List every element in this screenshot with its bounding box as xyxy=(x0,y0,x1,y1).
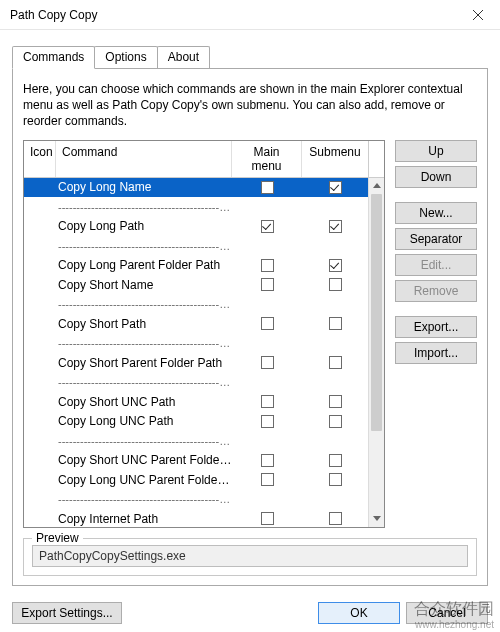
row-command-cell: Copy Long Parent Folder Path xyxy=(56,258,232,272)
main-menu-checkbox[interactable] xyxy=(261,454,274,467)
description-text: Here, you can choose which commands are … xyxy=(23,81,477,130)
side-buttons: Up Down New... Separator Edit... Remove … xyxy=(395,140,477,528)
header-submenu[interactable]: Submenu xyxy=(302,141,368,177)
preview-fieldset: Preview PathCopyCopySettings.exe xyxy=(23,538,477,576)
down-button[interactable]: Down xyxy=(395,166,477,188)
separator-button[interactable]: Separator xyxy=(395,228,477,250)
row-sub-cell xyxy=(302,278,368,291)
row-main-cell xyxy=(232,278,302,291)
table-row[interactable]: Copy Short Path xyxy=(24,314,368,334)
separator-row[interactable]: ----------------------------------------… xyxy=(24,197,368,217)
row-main-cell xyxy=(232,259,302,272)
table-row[interactable]: Copy Long UNC Path xyxy=(24,412,368,432)
export-button[interactable]: Export... xyxy=(395,316,477,338)
scroll-thumb[interactable] xyxy=(371,194,382,432)
row-command-cell: Copy Long UNC Path xyxy=(56,414,232,428)
row-sub-cell xyxy=(302,220,368,233)
up-button[interactable]: Up xyxy=(395,140,477,162)
main-menu-checkbox[interactable] xyxy=(261,473,274,486)
row-command-cell: Copy Short Name xyxy=(56,278,232,292)
chevron-up-icon xyxy=(373,183,381,188)
window-title: Path Copy Copy xyxy=(10,8,456,22)
separator-row[interactable]: ----------------------------------------… xyxy=(24,334,368,354)
main-menu-checkbox[interactable] xyxy=(261,181,274,194)
row-command-cell: ----------------------------------------… xyxy=(56,435,232,447)
row-sub-cell xyxy=(302,356,368,369)
row-main-cell xyxy=(232,395,302,408)
submenu-checkbox[interactable] xyxy=(329,181,342,194)
tab-options[interactable]: Options xyxy=(94,46,157,68)
header-main-menu[interactable]: Main menu xyxy=(232,141,302,177)
main-menu-checkbox[interactable] xyxy=(261,512,274,525)
main-menu-checkbox[interactable] xyxy=(261,356,274,369)
preview-value: PathCopyCopySettings.exe xyxy=(32,545,468,567)
main-menu-checkbox[interactable] xyxy=(261,259,274,272)
submenu-checkbox[interactable] xyxy=(329,512,342,525)
row-command-cell: ----------------------------------------… xyxy=(56,376,232,388)
row-command-cell: Copy Internet Path xyxy=(56,512,232,526)
row-command-cell: Copy Long UNC Parent Folder Path xyxy=(56,473,232,487)
tab-about[interactable]: About xyxy=(157,46,210,68)
vertical-scrollbar[interactable] xyxy=(368,178,384,527)
export-settings-button[interactable]: Export Settings... xyxy=(12,602,122,624)
table-row[interactable]: Copy Short UNC Parent Folder Path xyxy=(24,451,368,471)
row-sub-cell xyxy=(302,317,368,330)
table-row[interactable]: Copy Long UNC Parent Folder Path xyxy=(24,470,368,490)
table-row[interactable]: Copy Long Name xyxy=(24,178,368,198)
separator-row[interactable]: ----------------------------------------… xyxy=(24,431,368,451)
import-button[interactable]: Import... xyxy=(395,342,477,364)
submenu-checkbox[interactable] xyxy=(329,454,342,467)
main-menu-checkbox[interactable] xyxy=(261,415,274,428)
submenu-checkbox[interactable] xyxy=(329,356,342,369)
row-sub-cell xyxy=(302,512,368,525)
row-command-cell: Copy Short UNC Path xyxy=(56,395,232,409)
table-row[interactable]: Copy Short Name xyxy=(24,275,368,295)
separator-row[interactable]: ----------------------------------------… xyxy=(24,373,368,393)
tab-commands[interactable]: Commands xyxy=(12,46,95,69)
table-row[interactable]: Copy Long Parent Folder Path xyxy=(24,256,368,276)
row-main-cell xyxy=(232,356,302,369)
separator-row[interactable]: ----------------------------------------… xyxy=(24,236,368,256)
row-main-cell xyxy=(232,473,302,486)
cancel-button[interactable]: Cancel xyxy=(406,602,488,624)
main-menu-checkbox[interactable] xyxy=(261,317,274,330)
svg-marker-2 xyxy=(373,183,381,188)
submenu-checkbox[interactable] xyxy=(329,278,342,291)
table-row[interactable]: Copy Short UNC Path xyxy=(24,392,368,412)
header-command[interactable]: Command xyxy=(56,141,232,177)
grid-header: Icon Command Main menu Submenu xyxy=(24,141,384,178)
bottom-bar: Export Settings... OK Cancel xyxy=(12,602,488,624)
row-command-cell: ----------------------------------------… xyxy=(56,201,232,213)
new-button[interactable]: New... xyxy=(395,202,477,224)
tab-bar: Commands Options About xyxy=(12,46,488,68)
scroll-down-button[interactable] xyxy=(369,511,384,527)
separator-row[interactable]: ----------------------------------------… xyxy=(24,295,368,315)
submenu-checkbox[interactable] xyxy=(329,259,342,272)
ok-button[interactable]: OK xyxy=(318,602,400,624)
row-sub-cell xyxy=(302,395,368,408)
row-command-cell: Copy Short Parent Folder Path xyxy=(56,356,232,370)
table-row[interactable]: Copy Short Parent Folder Path xyxy=(24,353,368,373)
submenu-checkbox[interactable] xyxy=(329,220,342,233)
table-row[interactable]: Copy Long Path xyxy=(24,217,368,237)
main-menu-checkbox[interactable] xyxy=(261,278,274,291)
scroll-track[interactable] xyxy=(369,194,384,511)
separator-row[interactable]: ----------------------------------------… xyxy=(24,490,368,510)
table-row[interactable]: Copy Internet Path xyxy=(24,509,368,527)
remove-button[interactable]: Remove xyxy=(395,280,477,302)
row-sub-cell xyxy=(302,181,368,194)
row-command-cell: ----------------------------------------… xyxy=(56,240,232,252)
tab-panel-commands: Here, you can choose which commands are … xyxy=(12,68,488,586)
header-scroll-spacer xyxy=(368,141,384,177)
main-menu-checkbox[interactable] xyxy=(261,395,274,408)
scroll-up-button[interactable] xyxy=(369,178,384,194)
header-icon[interactable]: Icon xyxy=(24,141,56,177)
submenu-checkbox[interactable] xyxy=(329,415,342,428)
titlebar: Path Copy Copy xyxy=(0,0,500,30)
close-button[interactable] xyxy=(456,0,500,30)
submenu-checkbox[interactable] xyxy=(329,395,342,408)
submenu-checkbox[interactable] xyxy=(329,317,342,330)
submenu-checkbox[interactable] xyxy=(329,473,342,486)
edit-button[interactable]: Edit... xyxy=(395,254,477,276)
main-menu-checkbox[interactable] xyxy=(261,220,274,233)
